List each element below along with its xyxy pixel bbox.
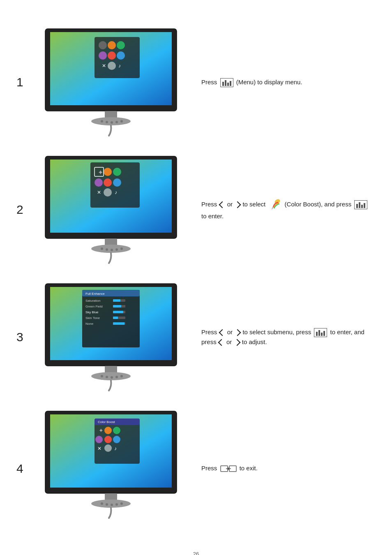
svg-point-15 — [106, 121, 108, 123]
svg-point-7 — [108, 51, 116, 60]
svg-point-4 — [108, 41, 116, 49]
svg-point-61 — [91, 372, 131, 380]
svg-point-26 — [104, 178, 112, 187]
svg-point-84 — [106, 503, 108, 506]
step-3-instruction: Press or to select submenu, press to ent… — [185, 327, 376, 347]
svg-point-65 — [115, 376, 118, 378]
svg-text:✕: ✕ — [97, 190, 101, 195]
svg-point-36 — [111, 249, 113, 251]
step-4-number: 4 — [16, 462, 37, 476]
chevron-left-icon-3a — [219, 329, 226, 336]
menu-button-icon-2 — [354, 200, 367, 209]
color-boost-icon — [268, 198, 281, 211]
svg-text:Green Field: Green Field — [85, 305, 103, 308]
svg-point-73 — [104, 427, 112, 434]
svg-text:♪: ♪ — [115, 190, 117, 195]
svg-point-16 — [111, 121, 113, 124]
step-1-instruction: Press (Menu) to display menu. — [185, 77, 376, 87]
step-4-monitor: Color Boost ✦ ✕ ♪ — [37, 407, 185, 530]
chevron-right-icon-3b — [233, 339, 240, 346]
svg-point-25 — [95, 178, 103, 187]
chevron-right-icon-2 — [234, 201, 241, 208]
svg-point-76 — [104, 436, 112, 443]
svg-point-3 — [99, 41, 107, 49]
chevron-left-icon-2 — [219, 201, 226, 208]
step-3-or-2: or — [226, 338, 232, 345]
svg-rect-56 — [113, 317, 118, 319]
step-4-text: to exit. — [240, 465, 258, 472]
step-2-to-enter: to enter. — [201, 213, 224, 220]
svg-text:✦: ✦ — [98, 169, 103, 176]
step-2-or-1: or — [227, 201, 233, 208]
step-1-monitor: ✕ ♪ — [37, 25, 185, 140]
svg-point-37 — [115, 248, 118, 251]
svg-point-82 — [91, 500, 131, 508]
svg-text:✕: ✕ — [102, 63, 106, 69]
svg-rect-59 — [113, 322, 125, 325]
step-3-row: 3 Full Enhance Saturation — [16, 280, 376, 395]
svg-point-38 — [120, 247, 123, 250]
page: 1 — [0, 0, 392, 555]
svg-text:♪: ♪ — [114, 446, 117, 451]
svg-point-64 — [111, 376, 113, 379]
menu-button-icon-3 — [314, 328, 327, 337]
svg-point-85 — [111, 504, 113, 506]
chevron-right-icon-3a — [234, 329, 241, 336]
step-1-text: (Menu) to display menu. — [236, 79, 302, 86]
svg-text:None: None — [85, 322, 94, 326]
svg-point-62 — [101, 375, 103, 377]
exit-button-icon — [220, 464, 237, 474]
svg-text:Saturation: Saturation — [85, 299, 100, 303]
step-2-color-boost-label: (Color Boost), and press — [285, 201, 352, 208]
svg-point-74 — [113, 427, 120, 434]
step-2-monitor: ✦ ✕ ♪ — [37, 152, 185, 267]
chevron-left-icon-3b — [218, 339, 225, 346]
svg-point-66 — [120, 375, 123, 377]
svg-point-8 — [117, 51, 125, 60]
svg-point-86 — [115, 503, 118, 506]
svg-rect-53 — [113, 311, 123, 313]
svg-text:Sky Blue: Sky Blue — [85, 310, 99, 314]
svg-point-6 — [99, 51, 107, 60]
svg-text:✦: ✦ — [99, 427, 104, 434]
step-3-number: 3 — [16, 330, 37, 344]
step-4-instruction: Press to exit. — [185, 463, 376, 474]
step-2-number: 2 — [16, 203, 37, 217]
page-number: 26 — [16, 551, 376, 555]
svg-text:♪: ♪ — [118, 63, 121, 69]
svg-point-29 — [104, 188, 112, 197]
svg-text:Skin Tone: Skin Tone — [85, 316, 100, 320]
svg-point-5 — [117, 41, 125, 49]
svg-point-77 — [113, 436, 120, 443]
svg-point-34 — [101, 247, 103, 250]
svg-rect-50 — [113, 305, 121, 308]
svg-point-23 — [104, 168, 112, 176]
svg-point-33 — [91, 245, 131, 253]
svg-point-24 — [113, 168, 121, 176]
menu-button-icon-1 — [220, 78, 233, 87]
svg-point-79 — [104, 444, 112, 452]
step-3-or-1: or — [227, 328, 233, 335]
svg-text:Color Boost: Color Boost — [98, 420, 115, 424]
svg-point-13 — [91, 117, 131, 125]
svg-point-18 — [120, 120, 123, 123]
svg-point-17 — [115, 121, 118, 123]
step-2-to-select: to select — [242, 201, 265, 208]
step-2-row: 2 ✦ — [16, 152, 376, 267]
svg-point-87 — [120, 502, 123, 505]
step-3-text-1: to select submenu, press — [242, 328, 311, 335]
step-1-row: 1 — [16, 25, 376, 140]
svg-point-27 — [113, 178, 121, 187]
step-3-text-3: to adjust. — [242, 338, 267, 345]
step-1-number: 1 — [16, 75, 37, 89]
svg-text:✕: ✕ — [97, 446, 101, 451]
svg-point-35 — [106, 248, 108, 251]
step-3-monitor: Full Enhance Saturation Green Field Sky … — [37, 280, 185, 395]
svg-point-75 — [95, 436, 103, 443]
svg-text:Full Enhance: Full Enhance — [85, 292, 105, 296]
svg-point-83 — [101, 502, 103, 505]
svg-point-14 — [101, 120, 103, 123]
step-2-instruction: Press or to select (Color Boost), and pr… — [185, 198, 376, 221]
svg-rect-47 — [113, 299, 120, 302]
svg-point-10 — [108, 62, 116, 70]
